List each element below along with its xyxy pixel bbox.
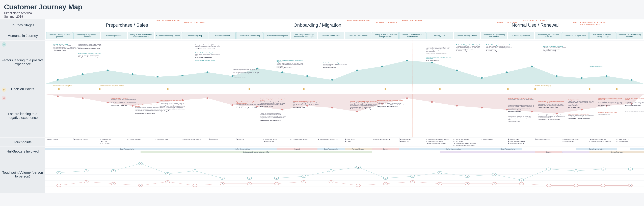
touchpoint-cell: Links sent outIOC callIOC Support xyxy=(100,138,127,146)
moments-row: Pain with Existing tools or processCompa… xyxy=(45,31,644,40)
moment-cell: Renewal: Review of Pricing structure xyxy=(616,32,643,39)
page-title: Customer Journey Map xyxy=(4,3,640,11)
touchpoint-cell: Intro to team email xyxy=(155,138,182,146)
touchpoint-item: Handoff calendar invite xyxy=(454,138,480,140)
page-subtitle: Direct North America xyxy=(4,12,640,15)
neg-note: Negative: feeling pressured during sales… xyxy=(135,104,162,114)
phone-icon xyxy=(236,138,238,140)
pos-note: Positive: Finding resources to help xyxy=(195,60,222,61)
svg-point-21 xyxy=(580,77,583,78)
email-icon xyxy=(155,138,156,140)
touchpoint-item: Month 6 check in xyxy=(616,138,643,140)
svg-point-17 xyxy=(481,77,483,78)
svg-point-10 xyxy=(306,76,308,77)
moment-cell: Handoff / Graduation Call / Next step ca… xyxy=(399,32,426,39)
svg-point-3 xyxy=(132,74,134,75)
touchpoint-item: Disengagement sequence Call xyxy=(318,138,344,140)
touchpoint-cell: Disengagement sequence Call xyxy=(318,138,344,146)
svg-point-9 xyxy=(281,72,284,73)
svg-text:1: 1 xyxy=(630,185,631,186)
svg-text:4: 4 xyxy=(194,170,196,172)
touchpoint-cell: Support HelpQ&As xyxy=(345,138,372,146)
phone-icon xyxy=(508,138,510,140)
svg-point-46 xyxy=(106,102,109,104)
hubspotters-row: Sales RepresentativeOnboarding / Impleme… xyxy=(45,147,644,156)
svg-point-23 xyxy=(630,79,632,80)
svg-text:2: 2 xyxy=(521,179,522,181)
moment-cell: Success rep turnover xyxy=(508,32,534,39)
svg-text:2: 2 xyxy=(466,183,468,184)
touchpoint-cell: Kickoff call xyxy=(209,138,236,146)
neg-note: Decision: comparing products“Pricing wis… xyxy=(110,98,137,106)
moment-cell: Calls with Onboarding Rep xyxy=(264,32,290,39)
touchpoint-item: Nth user/no-customer talk/kickoff xyxy=(589,140,616,142)
svg-text:2: 2 xyxy=(494,183,495,184)
pos-note: Positive: Finding onboarding piece usefu… xyxy=(78,53,105,58)
touchpoint-item: New customer proc intro xyxy=(426,140,453,142)
touchpoints-row: Trigger follow-upSales Script PlaybackLi… xyxy=(45,138,644,147)
neg-note: Negative: Ignoring unneeded outreach“It'… xyxy=(568,114,595,120)
touchpoint-item: IOC Support xyxy=(100,142,127,144)
moment-cell: Get buy-in from team toward using HubSpo… xyxy=(372,32,399,39)
touchpoint-cell: Trigger follow-up xyxy=(46,138,73,146)
neg-note: Negative: not prepared to become HubSpot… xyxy=(160,100,186,112)
positive-row: Positive: decision framing“We asked 13 v… xyxy=(45,40,644,84)
moment-cell: Pain with Existing tools or process xyxy=(46,32,73,39)
touchpoint-cell: Recurring strategy call xyxy=(535,138,562,146)
svg-rect-29 xyxy=(57,88,60,90)
svg-text:5: 5 xyxy=(140,163,141,164)
hubspotter-bar: Sales Representative xyxy=(494,148,522,150)
rowlabel-touchpoints: Touchpoints xyxy=(0,138,45,147)
touchpoint-cell: Onboarding organisation tool evalNew cus… xyxy=(426,138,453,146)
rowlabel-positive: ☺ Factors leading to a positive experien… xyxy=(0,40,45,84)
touchpoint-cell: 60 day tally surveyBi-weekly calls xyxy=(263,138,290,146)
phone-icon xyxy=(535,138,537,140)
svg-text:4: 4 xyxy=(602,168,604,170)
svg-text:2: 2 xyxy=(385,177,386,179)
svg-point-4 xyxy=(156,76,159,78)
moment-cell: Roadblock / Support Issue xyxy=(562,32,589,39)
svg-point-1 xyxy=(82,74,84,75)
email-icon xyxy=(128,138,129,140)
pos-note: Positive: Discovery of new and useful to… xyxy=(486,44,513,52)
svg-point-44 xyxy=(57,96,59,97)
smile-icon: ☺ xyxy=(2,42,6,46)
page-date: Summer 2018 xyxy=(4,15,640,18)
svg-point-58 xyxy=(406,98,408,99)
touchpoint-item: Support Request xyxy=(562,140,589,142)
rowlabel-hubspotters: HubSpotters Involved xyxy=(0,147,45,156)
neg-note: “When I say setup, we were exhausted. On… xyxy=(260,113,287,121)
neg-note: “It was super helpful to have the going … xyxy=(538,114,565,120)
svg-text:3: 3 xyxy=(303,176,304,177)
touchpoint-item: Remobilized additional onboarding xyxy=(454,142,480,144)
pos-note: “The project had been really helpful in … xyxy=(195,44,222,49)
svg-text:3: 3 xyxy=(167,173,168,174)
hubspotter-bar: Sales Representative xyxy=(45,148,209,150)
phone-icon xyxy=(508,142,510,144)
email-icon xyxy=(589,140,591,142)
svg-text:1: 1 xyxy=(576,185,576,186)
moment-cell: Comparing multiple tools / Research xyxy=(74,32,100,39)
svg-point-19 xyxy=(531,66,533,67)
svg-text:4: 4 xyxy=(113,170,114,172)
svg-rect-34 xyxy=(384,88,387,90)
email-icon xyxy=(454,140,455,142)
svg-point-51 xyxy=(231,104,234,106)
svg-point-15 xyxy=(431,62,433,63)
touchpoint-item: Support Request xyxy=(399,138,426,140)
moment-cell: Rapport building with rep xyxy=(454,32,480,39)
touchpoint-item: CTV/STD Automated email xyxy=(372,138,399,140)
svg-point-6 xyxy=(206,72,208,73)
svg-text:1: 1 xyxy=(140,185,141,186)
svg-text:4: 4 xyxy=(358,166,359,168)
touchpoint-cell: Support RequestNew rep intro xyxy=(399,138,426,146)
email-icon xyxy=(263,138,265,140)
rowlabel-volume: Touchpoint Volume (person to person) xyxy=(0,156,45,193)
svg-text:2: 2 xyxy=(276,183,277,184)
svg-text:2: 2 xyxy=(222,177,223,179)
svg-point-13 xyxy=(381,66,383,67)
touchpoint-cell: Setup call xyxy=(236,138,263,146)
touchpoint-item: New customer POC call xyxy=(589,138,616,140)
phone-icon xyxy=(426,142,428,144)
touchpoint-cell: Handoff calendar inviteNPS surveyRemobil… xyxy=(454,138,480,146)
